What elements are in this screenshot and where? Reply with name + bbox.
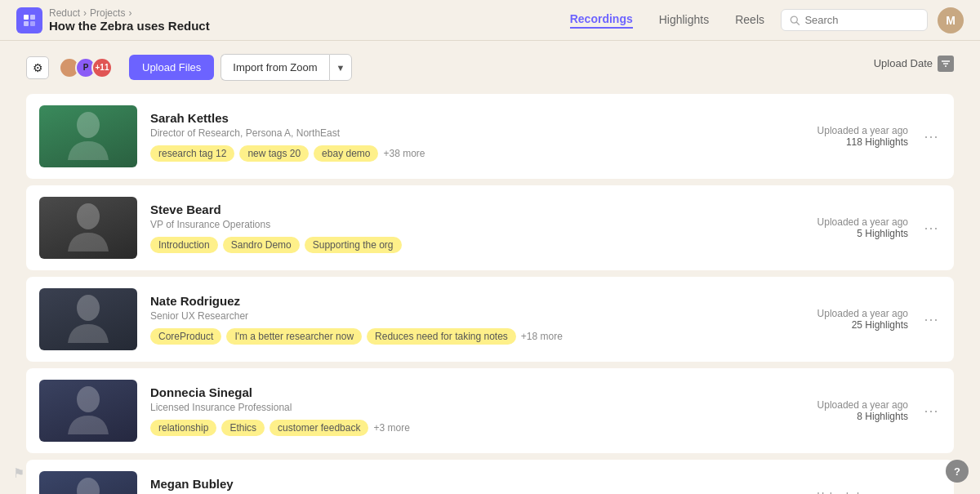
search-input[interactable] [804, 14, 919, 26]
sort-control: Upload Date [874, 56, 954, 72]
highlights-count: 25 Highlights [802, 319, 908, 331]
sort-label: Upload Date [874, 57, 933, 69]
upload-info: Uploaded a year ago [802, 125, 908, 136]
recording-name: Nate Rodriguez [150, 294, 789, 308]
more-options-button[interactable]: ⋯ [921, 309, 941, 329]
recording-meta: Uploaded a year ago 8 Highlights [802, 399, 908, 422]
recording-name: Megan Bubley [150, 477, 789, 491]
breadcrumb-reduct[interactable]: Reduct [49, 7, 80, 19]
upload-files-button[interactable]: Upload Files [129, 55, 214, 80]
recording-thumbnail [39, 380, 137, 442]
tag[interactable]: CoreProduct [150, 328, 221, 345]
nav-tabs: Recordings Highlights Reels [570, 12, 764, 29]
tag[interactable]: customer feedback [270, 420, 368, 436]
settings-button[interactable]: ⚙ [26, 56, 49, 79]
more-options-button[interactable]: ⋯ [921, 127, 941, 146]
sort-icon[interactable] [938, 56, 954, 72]
svg-rect-2 [24, 21, 29, 26]
thumbnail-image [39, 197, 137, 259]
svg-rect-0 [24, 15, 29, 20]
tag[interactable]: Ethics [221, 420, 265, 436]
tag[interactable]: Sandro Demo [223, 237, 300, 253]
svg-point-9 [77, 112, 100, 138]
logo-area: Reduct › Projects › How the Zebra uses R… [16, 7, 210, 33]
recording-card[interactable]: Nate Rodriguez Senior UX Researcher Core… [26, 277, 954, 362]
main-content: ⚙ P +11 Upload Files Import from Zoom ▼ … [0, 41, 980, 494]
upload-info: Uploaded a year ago [802, 308, 908, 319]
upload-info: Uploaded a year ago [802, 216, 908, 228]
collaborators-avatars: P +11 [59, 57, 113, 78]
tag-more: +3 more [373, 422, 409, 434]
more-options-button[interactable]: ⋯ [921, 401, 941, 421]
search-icon [790, 15, 800, 26]
thumbnail-image [39, 288, 137, 350]
recordings-list: Sarah Kettles Director of Research, Pers… [26, 94, 954, 494]
recording-info: Nate Rodriguez Senior UX Researcher Core… [150, 294, 789, 345]
filter-icon [941, 59, 951, 69]
svg-point-13 [77, 478, 100, 494]
recording-thumbnail [39, 471, 137, 494]
recording-name: Donnecia Sinegal [150, 385, 789, 399]
highlights-count: 118 Highlights [802, 136, 908, 148]
recording-card[interactable]: Steve Beard VP of Insurance Operations I… [26, 185, 954, 270]
import-zoom-button[interactable]: Import from Zoom [220, 54, 328, 81]
recording-tags: IntroductionSandro DemoSupporting the or… [150, 237, 789, 253]
recording-name: Steve Beard [150, 202, 789, 216]
svg-line-5 [796, 22, 799, 24]
highlights-count: 8 Highlights [802, 411, 908, 422]
svg-point-12 [77, 386, 100, 412]
recording-meta: Uploaded a year ago 118 Highlights [802, 125, 908, 148]
upload-info: Uploaded a year ago [802, 491, 908, 494]
svg-rect-1 [30, 15, 35, 20]
recording-meta: Uploaded a year ago 25 Highlights [802, 308, 908, 331]
recording-name: Sarah Kettles [150, 111, 789, 125]
recording-info: Donnecia Sinegal Licensed Insurance Prof… [150, 385, 789, 436]
recording-info: Sarah Kettles Director of Research, Pers… [150, 111, 789, 162]
upload-info: Uploaded a year ago [802, 399, 908, 411]
tab-highlights[interactable]: Highlights [659, 13, 709, 28]
tag[interactable]: new tags 20 [239, 145, 309, 162]
more-options-button[interactable]: ⋯ [921, 218, 941, 238]
tag[interactable]: relationship [150, 420, 216, 436]
recording-thumbnail [39, 105, 137, 167]
tag[interactable]: ebay demo [314, 145, 378, 162]
recording-meta: Uploaded a year ago 5 Highlights [802, 216, 908, 239]
page-title: How the Zebra uses Reduct [49, 19, 210, 33]
recording-role: Director of Research, Persona A, NorthEa… [150, 127, 789, 139]
tag[interactable]: research tag 12 [150, 145, 234, 162]
thumbnail-image [39, 471, 137, 494]
recording-info: Steve Beard VP of Insurance Operations I… [150, 202, 789, 253]
tab-reels[interactable]: Reels [735, 13, 764, 28]
flag-icon[interactable]: ⚑ [13, 465, 24, 481]
thumbnail-image [39, 105, 137, 167]
search-box[interactable] [781, 9, 928, 31]
recording-thumbnail [39, 197, 137, 259]
svg-point-11 [77, 295, 100, 321]
svg-rect-3 [30, 21, 35, 26]
tag[interactable]: I'm a better researcher now [226, 328, 362, 345]
logo-icon [16, 7, 42, 33]
recording-info: Megan Bubley Senior Product Manager Surp… [150, 477, 789, 494]
recording-thumbnail [39, 288, 137, 350]
thumbnail-image [39, 380, 137, 442]
help-button[interactable]: ? [946, 460, 969, 483]
tag[interactable]: Introduction [150, 237, 218, 253]
recording-tags: research tag 12new tags 20ebay demo +38 … [150, 145, 789, 162]
title-area: Reduct › Projects › How the Zebra uses R… [49, 7, 210, 33]
user-avatar[interactable]: M [938, 7, 964, 33]
toolbar: ⚙ P +11 Upload Files Import from Zoom ▼ … [26, 54, 954, 81]
recording-role: Licensed Insurance Professional [150, 402, 789, 413]
recording-card[interactable]: Megan Bubley Senior Product Manager Surp… [26, 460, 954, 494]
tab-recordings[interactable]: Recordings [570, 12, 633, 29]
breadcrumb-projects[interactable]: Projects [90, 7, 125, 19]
recording-card[interactable]: Sarah Kettles Director of Research, Pers… [26, 94, 954, 179]
tag-more: +38 more [383, 148, 425, 159]
avatar-overflow: +11 [91, 57, 113, 78]
tag[interactable]: Supporting the org [305, 237, 402, 253]
recording-card[interactable]: Donnecia Sinegal Licensed Insurance Prof… [26, 368, 954, 453]
recording-tags: relationshipEthicscustomer feedback +3 m… [150, 420, 789, 436]
tag[interactable]: Reduces need for taking notes [367, 328, 516, 345]
import-dropdown-button[interactable]: ▼ [329, 54, 353, 81]
svg-point-10 [77, 203, 100, 229]
topbar: Reduct › Projects › How the Zebra uses R… [0, 0, 980, 41]
